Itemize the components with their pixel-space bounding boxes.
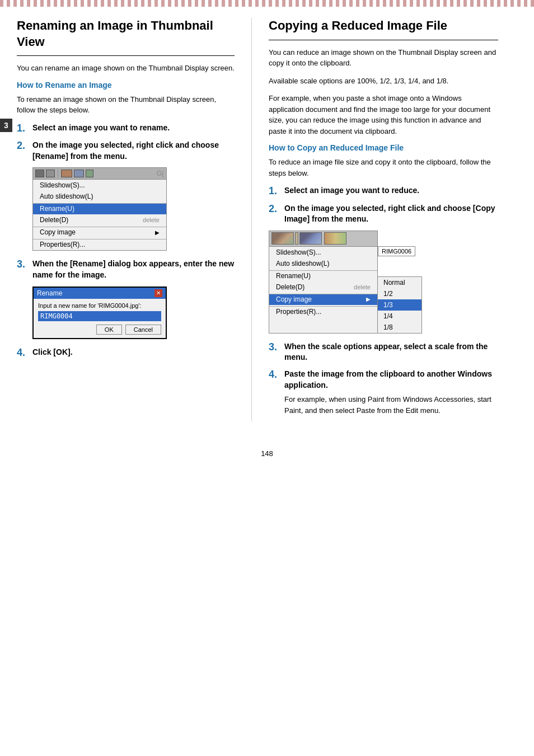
right-step-3: 3. When the scale options appear, select… bbox=[269, 341, 498, 363]
left-context-menu: G( Slideshow(S)... Auto slideshow(L) Ren… bbox=[32, 167, 167, 251]
left-step-2: 2. On the image you selected, right clic… bbox=[17, 140, 235, 162]
top-border bbox=[0, 0, 534, 7]
thumb-3 bbox=[324, 232, 346, 245]
r-step-4-note: For example, when using Paint from Windo… bbox=[284, 394, 498, 416]
step-3-number: 3. bbox=[17, 259, 29, 271]
thumb-2 bbox=[299, 232, 322, 245]
r-step-2-text: On the image you selected, right click a… bbox=[284, 203, 498, 225]
toolbar-icon-4 bbox=[74, 170, 84, 177]
r-copy-arrow: ▶ bbox=[366, 296, 371, 302]
left-subsection-intro: To rename an image shown on the Thumbnai… bbox=[17, 94, 235, 116]
toolbar-icon-2 bbox=[46, 170, 55, 177]
dialog-titlebar: Rename ✕ bbox=[34, 288, 166, 299]
right-intro-3: For example, when you paste a shot image… bbox=[269, 93, 498, 137]
dialog-cancel-button[interactable]: Cancel bbox=[125, 325, 161, 335]
dialog-buttons: OK Cancel bbox=[38, 325, 161, 335]
right-column: Copying a Reduced Image File You can red… bbox=[252, 18, 498, 421]
step-4-text: Click [OK]. bbox=[32, 347, 73, 358]
chapter-number: 3 bbox=[0, 119, 12, 132]
r-step-1-number: 1. bbox=[269, 185, 281, 198]
sub-third[interactable]: 1/3 bbox=[378, 299, 421, 311]
menu-item-copy-image[interactable]: Copy image ▶ bbox=[33, 227, 166, 238]
menu-item-auto-slideshow[interactable]: Auto slideshow(L) bbox=[33, 191, 166, 202]
right-step-2: 2. On the image you selected, right clic… bbox=[269, 203, 498, 225]
right-context-menu-wrapper: Slideshow(S)... Auto slideshow(L) Rename… bbox=[269, 231, 498, 334]
r-menu-copy-image[interactable]: Copy image ▶ bbox=[269, 294, 377, 305]
step-2-text: On the image you selected, right click a… bbox=[32, 140, 235, 162]
r-step-1-text: Select an image you want to reduce. bbox=[284, 185, 419, 196]
dialog-body: Input a new name for 'RIMG0004.jpg': RIM… bbox=[34, 299, 166, 338]
right-step-1: 1. Select an image you want to reduce. bbox=[269, 185, 498, 198]
menu-item-rename[interactable]: Rename(U) bbox=[33, 203, 166, 214]
dialog-ok-button[interactable]: OK bbox=[96, 325, 122, 335]
r-menu-rename[interactable]: Rename(U) bbox=[269, 270, 377, 281]
delete-shortcut: delete bbox=[143, 217, 160, 223]
dialog-title: Rename bbox=[37, 289, 62, 297]
thumb-1 bbox=[271, 232, 294, 245]
menu-arrow: G( bbox=[157, 170, 164, 177]
right-context-menu: Slideshow(S)... Auto slideshow(L) Rename… bbox=[269, 231, 378, 334]
r-step-4-number: 4. bbox=[269, 369, 281, 381]
right-submenu: Normal 1/2 1/3 1/4 1/8 bbox=[377, 276, 422, 334]
r-delete-shortcut: delete bbox=[354, 284, 371, 290]
submenu-wrapper: RIMG0006 Normal 1/2 1/3 1/4 1/8 bbox=[378, 231, 422, 334]
sub-eighth[interactable]: 1/8 bbox=[378, 322, 421, 333]
toolbar-icon-1 bbox=[35, 170, 44, 177]
r-step-3-number: 3. bbox=[269, 341, 281, 354]
sub-quarter[interactable]: 1/4 bbox=[378, 311, 421, 322]
left-section-title: Renaming an Image in Thumbnail View bbox=[17, 18, 235, 50]
r-step-4-text: Paste the image from the clipboard to an… bbox=[284, 369, 492, 389]
step-1-text: Select an image you want to rename. bbox=[32, 123, 170, 134]
left-intro: You can rename an image shown on the Thu… bbox=[17, 63, 235, 74]
right-section-title: Copying a Reduced Image File bbox=[269, 18, 498, 34]
left-subsection-title: How to Rename an Image bbox=[17, 81, 235, 90]
right-steps-1-2: 1. Select an image you want to reduce. 2… bbox=[269, 185, 498, 225]
thumb-sep bbox=[295, 232, 298, 245]
r-menu-slideshow[interactable]: Slideshow(S)... bbox=[269, 247, 377, 258]
dialog-input-value[interactable]: RIMG0004 bbox=[38, 311, 161, 321]
r-menu-auto-slideshow[interactable]: Auto slideshow(L) bbox=[269, 258, 377, 269]
step-4-number: 4. bbox=[17, 347, 29, 359]
step-2-number: 2. bbox=[17, 140, 29, 152]
right-step-4: 4. Paste the image from the clipboard to… bbox=[269, 369, 498, 416]
step-1-number: 1. bbox=[17, 123, 29, 135]
r-step-2-number: 2. bbox=[269, 203, 281, 215]
left-step-1: 1. Select an image you want to rename. bbox=[17, 123, 235, 135]
r-step-3-text: When the scale options appear, select a … bbox=[284, 341, 498, 363]
toolbar-icon-5 bbox=[86, 170, 93, 177]
r-menu-delete[interactable]: Delete(D) delete bbox=[269, 281, 377, 293]
menu-item-properties[interactable]: Properties(R)... bbox=[33, 239, 166, 250]
right-intro-2: Available scale options are 100%, 1/2, 1… bbox=[269, 76, 498, 87]
left-steps: 1. Select an image you want to rename. 2… bbox=[17, 123, 235, 162]
thumbnail-bar bbox=[269, 231, 377, 247]
toolbar-sep bbox=[58, 170, 58, 177]
toolbar-icon-3 bbox=[61, 170, 72, 177]
left-column: Renaming an Image in Thumbnail View You … bbox=[17, 18, 252, 421]
left-step-3: 3. When the [Rename] dialog box appears,… bbox=[17, 259, 235, 280]
sub-half[interactable]: 1/2 bbox=[378, 288, 421, 299]
copy-arrow: ▶ bbox=[155, 229, 160, 236]
r-step-4-container: Paste the image from the clipboard to an… bbox=[284, 369, 498, 416]
step-3-text: When the [Rename] dialog box appears, en… bbox=[32, 259, 235, 280]
rimg-label: RIMG0006 bbox=[378, 246, 415, 256]
menu-toolbar-left: G( bbox=[33, 168, 166, 180]
right-intro-1: You can reduce an image shown on the Thu… bbox=[269, 47, 498, 69]
left-step-4-list: 4. Click [OK]. bbox=[17, 347, 235, 359]
menu-item-slideshow[interactable]: Slideshow(S)... bbox=[33, 180, 166, 191]
sub-normal[interactable]: Normal bbox=[378, 277, 421, 288]
right-steps-3-4: 3. When the scale options appear, select… bbox=[269, 341, 498, 416]
rename-dialog: Rename ✕ Input a new name for 'RIMG0004.… bbox=[32, 287, 167, 339]
dialog-label: Input a new name for 'RIMG0004.jpg': bbox=[38, 302, 161, 309]
dialog-close-button[interactable]: ✕ bbox=[154, 289, 162, 297]
menu-item-delete[interactable]: Delete(D) delete bbox=[33, 214, 166, 226]
right-subsection-intro: To reduce an image file size and copy it… bbox=[269, 157, 498, 179]
left-step-4: 4. Click [OK]. bbox=[17, 347, 235, 359]
left-steps-3-4: 3. When the [Rename] dialog box appears,… bbox=[17, 259, 235, 280]
right-subsection-title: How to Copy an Reduced Image File bbox=[269, 143, 498, 152]
r-menu-properties[interactable]: Properties(R)... bbox=[269, 306, 377, 317]
right-menu-area: Slideshow(S)... Auto slideshow(L) Rename… bbox=[269, 231, 498, 334]
page-number: 148 bbox=[0, 449, 534, 458]
